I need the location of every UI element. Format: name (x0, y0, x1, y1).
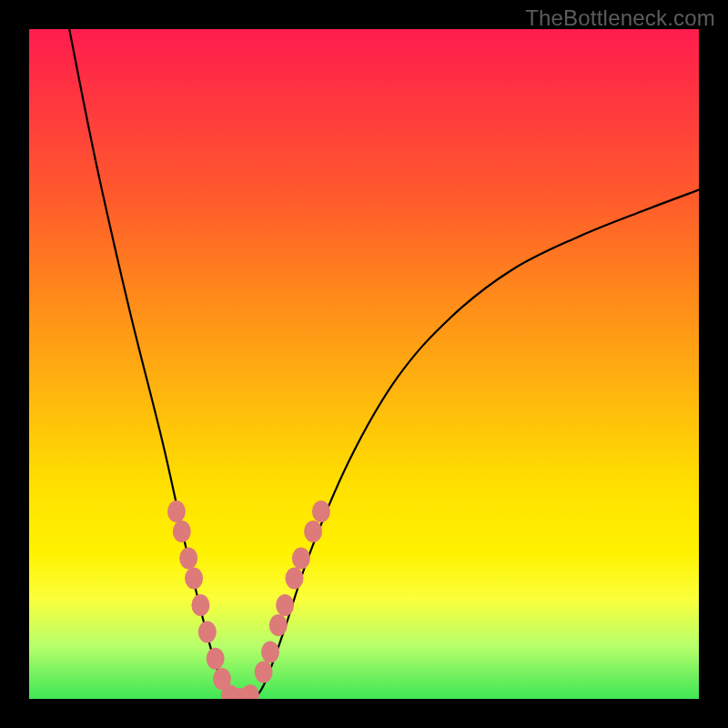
chart-frame: TheBottleneck.com (0, 0, 728, 728)
data-dot (179, 547, 197, 569)
data-dot (276, 594, 294, 616)
data-dot (292, 547, 310, 569)
data-dot (285, 568, 303, 590)
data-dot (304, 521, 322, 542)
data-dot (255, 662, 273, 683)
plot-area (29, 29, 699, 699)
data-dot (261, 641, 279, 662)
data-dot (241, 684, 259, 699)
data-dot (269, 614, 288, 636)
data-dot (167, 500, 186, 522)
data-dot (312, 500, 330, 522)
data-dot (173, 521, 191, 542)
data-dot (207, 648, 225, 670)
bottleneck-curve (69, 29, 699, 699)
data-dots-group (167, 500, 330, 699)
data-dot (185, 568, 203, 590)
bottleneck-curve-svg (29, 29, 699, 699)
data-dot (198, 621, 217, 642)
watermark-text: TheBottleneck.com (525, 5, 715, 31)
data-dot (191, 594, 209, 616)
